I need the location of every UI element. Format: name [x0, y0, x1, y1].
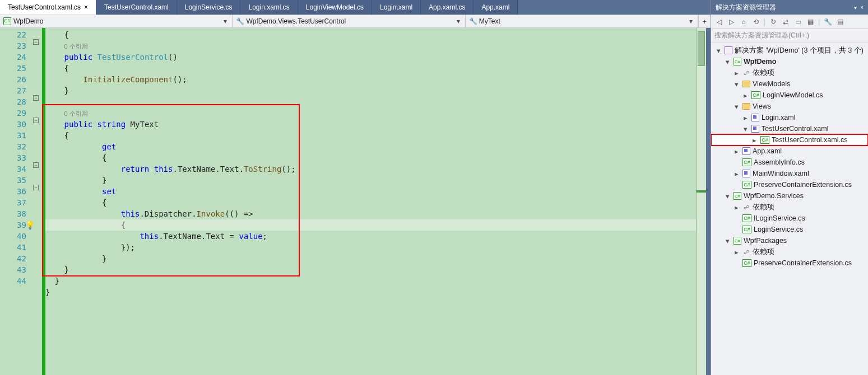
- lightbulb-icon[interactable]: 💡: [25, 219, 34, 228]
- cs-icon: C#: [742, 158, 751, 166]
- proj-icon: C#: [734, 192, 741, 200]
- expand-icon[interactable]: ▸: [732, 203, 740, 212]
- file-tab[interactable]: LoginService.cs: [177, 0, 241, 15]
- tree-label: PreserveContainerExtension.cs: [754, 181, 852, 189]
- tree-label: MainWindow.xaml: [753, 170, 809, 177]
- dependencies-2[interactable]: ▸☍依赖项: [711, 201, 868, 213]
- forward-icon[interactable]: ▷: [727, 17, 736, 26]
- expand-icon[interactable]: ▾: [723, 237, 731, 245]
- file-loginviewmodel[interactable]: ▸C#LoginViewModel.cs: [711, 90, 868, 101]
- file-tab[interactable]: LoginViewModel.cs: [298, 0, 372, 15]
- file-tab[interactable]: Login.xaml: [372, 0, 421, 15]
- home-icon[interactable]: ⌂: [739, 17, 748, 26]
- file-loginservice[interactable]: C#LoginService.cs: [711, 224, 868, 235]
- solution-explorer-search[interactable]: 搜索解决方案资源管理器(Ctrl+;): [711, 29, 868, 43]
- chevron-down-icon: ▾: [688, 17, 694, 25]
- xaml-icon: [751, 114, 759, 121]
- file-tab-strip: TestUserControl.xaml.cs×TestUserControl.…: [0, 0, 711, 15]
- file-assemblyinfo[interactable]: C#AssemblyInfo.cs: [711, 157, 868, 168]
- expand-icon[interactable]: ▾: [723, 58, 731, 66]
- nav-scope-label: WpfDemo: [13, 17, 220, 25]
- expand-icon[interactable]: ▸: [732, 170, 740, 178]
- file-tab[interactable]: Login.xaml.cs: [240, 0, 298, 15]
- tree-label: ViewModels: [753, 80, 790, 88]
- file-tab[interactable]: TestUserControl.xaml.cs×: [0, 0, 96, 15]
- tree-label: 依赖项: [753, 247, 774, 257]
- code-surface[interactable]: { 0 个引用 public TestUserControl() { Initi…: [45, 28, 696, 375]
- file-preserve1[interactable]: C#PreserveContainerExtension.cs: [711, 179, 868, 190]
- expand-icon[interactable]: ▾: [714, 46, 722, 55]
- expand-icon[interactable]: ▸: [732, 248, 740, 256]
- refresh-icon[interactable]: ↻: [769, 17, 778, 26]
- vertical-scrollbar[interactable]: [696, 28, 706, 375]
- solution-explorer-title: 解决方案资源管理器 ▾ ×: [711, 0, 868, 15]
- tree-label: 依赖项: [753, 68, 774, 78]
- project-wpfpackages[interactable]: ▾C#WpfPackages: [711, 235, 868, 246]
- nav-member-combo[interactable]: 🔧 MyText ▾: [466, 15, 698, 27]
- nav-type-combo[interactable]: 🔧 WpfDemo.Views.TestUserControl ▾: [233, 15, 465, 27]
- expand-icon[interactable]: ▾: [723, 192, 731, 200]
- chevron-down-icon[interactable]: ▾: [854, 4, 857, 11]
- dep-icon: ☍: [742, 204, 750, 210]
- xaml-icon: [751, 125, 759, 133]
- properties-icon[interactable]: 🔧: [823, 17, 832, 26]
- tree-label: PreserveContainerExtension.cs: [754, 259, 852, 267]
- file-login-xaml[interactable]: ▸Login.xaml: [711, 112, 868, 123]
- folder-viewmodels[interactable]: ▾ViewModels: [711, 78, 868, 90]
- panel-title-label: 解决方案资源管理器: [716, 3, 851, 12]
- tree-label: LoginViewModel.cs: [763, 91, 823, 99]
- preview-icon[interactable]: ▤: [835, 17, 844, 26]
- dep-icon: ☍: [742, 249, 750, 255]
- switch-view-icon[interactable]: ⇄: [781, 17, 790, 26]
- outline-gutter[interactable]: −−−−−: [32, 28, 42, 375]
- tree-label: Login.xaml: [762, 114, 795, 121]
- expand-icon[interactable]: ▸: [732, 69, 740, 77]
- xaml-icon: [742, 147, 750, 155]
- show-all-icon[interactable]: ▦: [806, 17, 815, 26]
- file-app-xaml[interactable]: ▸App.xaml: [711, 146, 868, 157]
- scrollbar-thumb[interactable]: [698, 31, 705, 66]
- cs-icon: C#: [751, 91, 760, 99]
- file-iloginservice[interactable]: C#ILoginService.cs: [711, 213, 868, 224]
- project-services[interactable]: ▾C#WpfDemo.Services: [711, 190, 868, 201]
- close-icon[interactable]: ×: [84, 3, 88, 11]
- dep-icon: ☍: [742, 69, 750, 76]
- file-tab[interactable]: App.xaml.cs: [421, 0, 474, 15]
- nav-type-label: WpfDemo.Views.TestUserControl: [246, 17, 452, 25]
- file-testusercontrol-cs[interactable]: ▸C#TestUserControl.xaml.cs: [711, 134, 868, 146]
- tree-label: LoginService.cs: [754, 226, 803, 233]
- tree-label: AssemblyInfo.cs: [754, 158, 805, 166]
- folder-views[interactable]: ▾Views: [711, 101, 868, 112]
- file-tab[interactable]: App.xaml: [474, 0, 518, 15]
- project-wpfdemo[interactable]: ▾C#WpfDemo: [711, 56, 868, 67]
- solution-tree[interactable]: ▾解决方案 'WpfDemo' (3 个项目，共 3 个)▾C#WpfDemo▸…: [711, 43, 868, 375]
- sync-icon[interactable]: ⟲: [751, 17, 760, 26]
- line-number-gutter: 2223242526272829303132333435363738394041…: [0, 28, 32, 375]
- minimap-track[interactable]: [706, 28, 711, 375]
- code-editor[interactable]: 2223242526272829303132333435363738394041…: [0, 28, 711, 375]
- file-testusercontrol-xaml[interactable]: ▾TestUserControl.xaml: [711, 123, 868, 134]
- dependencies[interactable]: ▸☍依赖项: [711, 67, 868, 78]
- collapse-icon[interactable]: ▭: [793, 17, 802, 26]
- close-icon[interactable]: ×: [860, 4, 864, 11]
- expand-icon[interactable]: ▾: [741, 125, 749, 133]
- class-icon: 🔧: [236, 17, 244, 25]
- back-icon[interactable]: ◁: [714, 17, 723, 26]
- expand-icon[interactable]: ▾: [732, 80, 740, 88]
- solution-explorer-toolbar: ◁ ▷ ⌂ ⟲ | ↻ ⇄ ▭ ▦ | 🔧 ▤: [711, 15, 868, 29]
- split-add-button[interactable]: +: [698, 15, 711, 27]
- nav-scope-combo[interactable]: C# WpfDemo ▾: [0, 15, 233, 27]
- file-mainwindow[interactable]: ▸MainWindow.xaml: [711, 168, 868, 179]
- search-placeholder: 搜索解决方案资源管理器(Ctrl+;): [714, 31, 809, 40]
- expand-icon[interactable]: ▸: [750, 136, 758, 144]
- tree-label: ILoginService.cs: [754, 214, 805, 222]
- dependencies-3[interactable]: ▸☍依赖项: [711, 246, 868, 257]
- expand-icon[interactable]: ▾: [732, 102, 740, 111]
- expand-icon[interactable]: ▸: [732, 147, 740, 156]
- fold-icon: [742, 81, 750, 87]
- expand-icon[interactable]: ▸: [741, 114, 749, 122]
- file-preserve2[interactable]: C#PreserveContainerExtension.cs: [711, 257, 868, 269]
- file-tab[interactable]: TestUserControl.xaml: [96, 0, 177, 15]
- solution-node[interactable]: ▾解决方案 'WpfDemo' (3 个项目，共 3 个): [711, 45, 868, 56]
- expand-icon[interactable]: ▸: [741, 91, 749, 100]
